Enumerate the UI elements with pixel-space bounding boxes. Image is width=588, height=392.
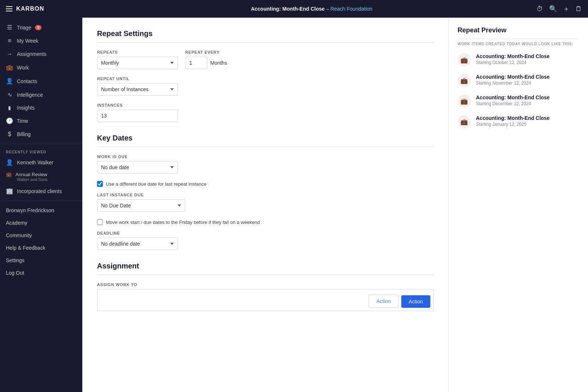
- repeats-group: REPEATS Monthly Weekly Daily Yearly: [97, 50, 178, 69]
- repeat-every-unit: Months: [210, 60, 227, 66]
- sidebar-item-insights[interactable]: ▮ Insights: [0, 101, 82, 114]
- preview-item-date-3: Starting January 12, 2025: [476, 122, 550, 127]
- sidebar-label-contacts: Contacts: [17, 78, 37, 84]
- repeat-every-label: REPEAT EVERY: [185, 50, 227, 54]
- time-icon: 🕐: [6, 117, 13, 124]
- main-layout: ☰ Triage 9 ≡ My Week → Assignments 💼 Wor…: [0, 18, 588, 392]
- sidebar-item-triage[interactable]: ☰ Triage 9: [0, 21, 82, 34]
- action-secondary-button[interactable]: Action: [369, 295, 398, 308]
- sidebar-item-myweek[interactable]: ≡ My Week: [0, 34, 82, 47]
- assign-work-to-group: ASSIGN WORK TO Action Action: [97, 282, 434, 311]
- key-dates-title: Key Dates: [97, 134, 434, 147]
- assign-work-to-area[interactable]: Action Action: [97, 289, 434, 311]
- sidebar-label-time: Time: [17, 118, 28, 124]
- preview-icon-0: 💼: [458, 53, 471, 67]
- recently-viewed-label: RECENTLY VIEWED: [0, 147, 82, 156]
- sidebar-item-billing[interactable]: $ Billing: [0, 128, 82, 141]
- timer-icon[interactable]: ⏱: [537, 5, 543, 13]
- sidebar-item-academy[interactable]: Academy: [0, 217, 82, 229]
- sidebar-item-assignments[interactable]: → Assignments: [0, 47, 82, 61]
- sidebar-item-community[interactable]: Community: [0, 229, 82, 242]
- repeat-until-row: REPEAT UNTIL Number of Instances End Dat…: [97, 76, 434, 96]
- add-icon[interactable]: ＋: [563, 4, 570, 13]
- last-instance-due-label: LAST INSTANCE DUE: [97, 193, 185, 197]
- sidebar-divider-2: [0, 201, 82, 201]
- preview-item-title-1: Accounting: Month-End Close: [476, 74, 550, 80]
- preview-item-title-2: Accounting: Month-End Close: [476, 95, 550, 100]
- preview-item-date-0: Starting October 12, 2024: [476, 60, 550, 65]
- sidebar-label-kenneth: Kenneth Walker: [17, 160, 53, 165]
- repeat-every-row: Months: [185, 57, 227, 69]
- preview-subtitle: WORK ITEMS CREATED TODAY WOULD LOOK LIKE…: [458, 42, 579, 46]
- diff-due-date-label[interactable]: Use a different due date for last repeat…: [106, 181, 207, 187]
- work-is-due-group: WORK IS DUE No due date On a specific da…: [97, 154, 178, 174]
- search-icon[interactable]: 🔍: [549, 5, 557, 13]
- diff-due-date-checkbox[interactable]: [97, 181, 103, 187]
- sidebar-label-assignments: Assignments: [17, 51, 46, 57]
- preview-icon-3: 💼: [458, 115, 471, 128]
- instances-label: INSTANCES: [97, 103, 178, 107]
- form-section: Repeat Settings REPEATS Monthly Weekly D…: [82, 18, 448, 392]
- repeat-until-select[interactable]: Number of Instances End Date Never: [97, 83, 178, 96]
- sidebar-item-kenneth-walker[interactable]: 👤 Kenneth Walker: [0, 156, 82, 169]
- sidebar-item-work[interactable]: 💼 Work: [0, 61, 82, 74]
- preview-text-1: Accounting: Month-End Close Starting Nov…: [476, 74, 550, 86]
- repeat-every-input[interactable]: [185, 57, 207, 69]
- action-primary-button[interactable]: Action: [401, 295, 430, 308]
- sidebar-label-myweek: My Week: [17, 38, 38, 44]
- preview-item-date-2: Starting December 12, 2024: [476, 101, 550, 106]
- last-instance-due-select[interactable]: No Due Date On a specific date: [97, 199, 185, 212]
- top-icons: ⏱ 🔍 ＋ 🗒: [537, 4, 582, 13]
- work-is-due-row: WORK IS DUE No due date On a specific da…: [97, 154, 434, 174]
- preview-icon-1: 💼: [458, 74, 471, 87]
- sidebar-item-intelligence[interactable]: ∿ Intelligence: [0, 88, 82, 101]
- preview-text-2: Accounting: Month-End Close Starting Dec…: [476, 95, 550, 106]
- assignment-title: Assignment: [97, 262, 434, 275]
- sidebar-label-annual: Annual Review: [15, 172, 47, 177]
- myweek-icon: ≡: [6, 38, 13, 44]
- sidebar-item-logout[interactable]: Log Out: [0, 267, 82, 279]
- sidebar-item-settings[interactable]: Settings: [0, 254, 82, 267]
- sidebar-label-intelligence: Intelligence: [17, 92, 43, 98]
- sidebar-item-bronwyn[interactable]: Bronwyn Fredrickson: [0, 204, 82, 217]
- sidebar-item-help[interactable]: Help & Feedback: [0, 242, 82, 254]
- sidebar: ☰ Triage 9 ≡ My Week → Assignments 💼 Wor…: [0, 18, 82, 392]
- repeats-select[interactable]: Monthly Weekly Daily Yearly: [97, 57, 178, 69]
- deadline-group: DEADLINE No deadline date On a specific …: [97, 231, 178, 250]
- work-is-due-select[interactable]: No due date On a specific date Relative …: [97, 161, 178, 174]
- logo-text: KARBON: [16, 6, 44, 12]
- hamburger-menu[interactable]: [6, 6, 12, 11]
- work-icon: 💼: [6, 64, 13, 71]
- intelligence-icon: ∿: [6, 91, 13, 98]
- preview-icon-2: 💼: [458, 95, 471, 108]
- sidebar-divider: [0, 144, 82, 144]
- top-bar: KARBON Accounting: Month-End Close – Rea…: [0, 0, 588, 18]
- assignments-icon: →: [6, 51, 13, 57]
- sidebar-nav: ☰ Triage 9 ≡ My Week → Assignments 💼 Wor…: [0, 18, 82, 282]
- last-instance-due-row: LAST INSTANCE DUE No Due Date On a speci…: [97, 193, 434, 212]
- contacts-icon: 👤: [6, 78, 13, 85]
- sidebar-item-annual-review[interactable]: 💼 Annual Review Walker and Sons: [0, 169, 82, 184]
- repeat-until-group: REPEAT UNTIL Number of Instances End Dat…: [97, 76, 178, 96]
- deadline-select[interactable]: No deadline date On a specific date Rela…: [97, 238, 178, 250]
- instances-input[interactable]: [97, 110, 178, 122]
- weekend-checkbox-label[interactable]: Move work start / due dates to the Frida…: [106, 220, 260, 225]
- repeat-until-label: REPEAT UNTIL: [97, 76, 178, 81]
- preview-item-2: 💼 Accounting: Month-End Close Starting D…: [458, 95, 579, 108]
- weekend-checkbox[interactable]: [97, 219, 103, 225]
- notes-icon[interactable]: 🗒: [576, 5, 582, 13]
- preview-panel: Repeat Preview WORK ITEMS CREATED TODAY …: [448, 18, 588, 392]
- preview-item-title-0: Accounting: Month-End Close: [476, 53, 550, 59]
- preview-text-3: Accounting: Month-End Close Starting Jan…: [476, 115, 550, 127]
- instances-row: INSTANCES: [97, 103, 434, 122]
- sidebar-item-contacts[interactable]: 👤 Contacts: [0, 74, 82, 88]
- diff-due-date-row: Use a different due date for last repeat…: [97, 181, 434, 187]
- sidebar-item-incorporated[interactable]: 🏢 Incorporated clients: [0, 184, 82, 198]
- sidebar-item-time[interactable]: 🕐 Time: [0, 114, 82, 128]
- sidebar-label-work: Work: [17, 65, 29, 71]
- preview-item-3: 💼 Accounting: Month-End Close Starting J…: [458, 115, 579, 128]
- preview-text-0: Accounting: Month-End Close Starting Oct…: [476, 53, 550, 65]
- triage-icon: ☰: [6, 24, 13, 31]
- triage-badge: 9: [35, 25, 42, 30]
- billing-icon: $: [6, 131, 13, 138]
